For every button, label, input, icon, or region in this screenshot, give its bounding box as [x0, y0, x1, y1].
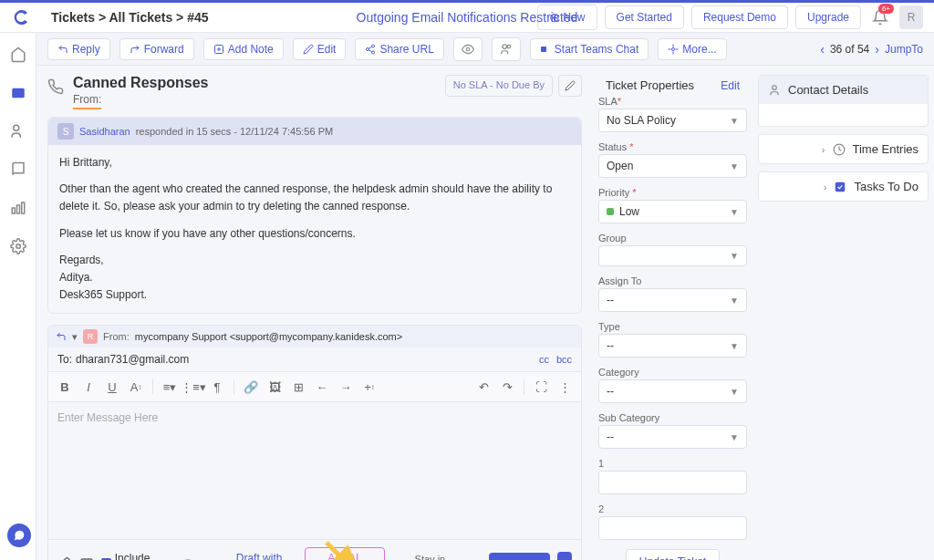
properties-header: Ticket Properties [606, 78, 694, 92]
svg-point-1 [13, 125, 18, 130]
share-url-button[interactable]: Share URL [355, 38, 443, 60]
breadcrumb[interactable]: Tickets > All Tickets > #45 [51, 10, 209, 25]
priority-select[interactable]: Low▼ [598, 200, 747, 223]
more-format-button[interactable]: +↕ [358, 376, 380, 398]
category-select[interactable]: --▼ [598, 379, 747, 403]
checkbox-icon [834, 181, 846, 193]
time-entries-panel[interactable]: › Time Entries [759, 135, 928, 163]
compose-from[interactable]: mycompany Support <support@mycompany.kan… [135, 331, 402, 342]
underline-button[interactable]: U [101, 376, 123, 398]
pager-jump[interactable]: JumpTo [885, 43, 923, 56]
ordered-list-button[interactable]: ≡▾ [159, 376, 181, 398]
author-name[interactable]: Sasidharan [79, 126, 130, 137]
author-avatar: S [57, 123, 74, 140]
tasks-panel[interactable]: › Tasks To Do [759, 172, 928, 201]
unordered-list-button[interactable]: ⋮≡▾ [182, 376, 204, 398]
compose-editor: ▾ R From: mycompany Support <support@myc… [47, 325, 582, 560]
settings-icon[interactable] [7, 235, 29, 257]
svg-point-27 [773, 85, 777, 89]
svg-point-14 [466, 47, 470, 51]
custom-field-1[interactable] [598, 471, 747, 494]
conversation-message: S Sasidharan responded in 15 secs - 12/1… [47, 117, 582, 314]
svg-rect-29 [835, 181, 846, 192]
contact-details-panel[interactable]: Contact Details [759, 76, 928, 104]
send-reply-button[interactable]: Reply [489, 553, 550, 560]
knowledge-icon[interactable] [7, 159, 29, 181]
person-icon [768, 84, 781, 97]
font-button[interactable]: A↕ [125, 376, 147, 398]
image-button[interactable]: 🖼 [264, 376, 285, 398]
bold-button[interactable]: B [54, 376, 76, 398]
edit-ticket-icon[interactable] [558, 75, 582, 97]
tickets-icon[interactable] [7, 82, 29, 104]
reply-mode-icon[interactable] [56, 331, 67, 342]
compose-to[interactable]: dharan731@gmail.com [76, 353, 189, 366]
update-ticket-button[interactable]: Update Ticket [626, 549, 720, 560]
app-logo[interactable] [11, 6, 33, 28]
stay-in-ticket-label: Stay in Ticket [415, 554, 475, 560]
from-tab[interactable]: From: [73, 93, 101, 109]
custom-field-2[interactable] [598, 516, 747, 540]
compose-textarea[interactable]: Enter Message Here [48, 402, 581, 539]
upgrade-button[interactable]: Upgrade [795, 5, 861, 29]
draft-ai-button[interactable]: Draft with AI [223, 552, 284, 560]
paragraph-button[interactable]: ¶ [206, 376, 228, 398]
bcc-link[interactable]: bcc [556, 354, 572, 365]
type-select[interactable]: --▼ [598, 334, 747, 358]
watch-button[interactable] [453, 37, 483, 61]
user-avatar[interactable]: R [899, 5, 923, 29]
group-select[interactable]: ▼ [598, 245, 747, 266]
sender-avatar: R [83, 329, 98, 344]
pager-next[interactable]: › [875, 42, 879, 57]
svg-rect-4 [21, 202, 24, 213]
svg-point-9 [372, 45, 375, 47]
redo-button[interactable]: ↷ [496, 376, 518, 398]
sla-select[interactable]: No SLA Policy▼ [598, 109, 747, 132]
reply-button[interactable]: Reply [47, 38, 110, 60]
status-select[interactable]: Open▼ [598, 154, 747, 178]
channel-phone-icon [47, 78, 64, 95]
properties-edit-button[interactable]: Edit [721, 79, 740, 92]
notification-banner[interactable]: Outgoing Email Notifications Restricted [357, 10, 578, 25]
add-note-button[interactable]: Add Note [203, 38, 284, 60]
clock-icon [833, 143, 846, 156]
teams-chat-button[interactable]: Start Teams Chat [530, 38, 649, 60]
svg-line-13 [369, 47, 372, 48]
notifications-button[interactable]: 6+ [868, 5, 892, 29]
fullscreen-button[interactable]: ⛶ [530, 376, 552, 398]
sla-badge: No SLA - No Due By [445, 75, 553, 97]
svg-point-16 [507, 45, 511, 48]
table-button[interactable]: ⊞ [287, 376, 309, 398]
ask-ai-agent-button[interactable]: ✦ Ask AI Agent [305, 547, 385, 560]
ticket-title: Canned Responses [73, 75, 208, 91]
contacts-icon[interactable] [7, 120, 29, 142]
cc-link[interactable]: cc [539, 354, 549, 365]
home-icon[interactable] [7, 44, 29, 66]
forward-button[interactable]: Forward [119, 38, 194, 60]
svg-line-12 [369, 49, 372, 51]
more-button[interactable]: More... [658, 38, 726, 60]
pager-prev[interactable]: ‹ [820, 42, 825, 57]
include-previous-toggle[interactable]: ✓Include Previousⓘ [101, 552, 193, 560]
svg-point-11 [372, 51, 375, 54]
get-started-button[interactable]: Get Started [605, 5, 684, 29]
reports-icon[interactable] [7, 197, 29, 219]
indent-button[interactable]: → [335, 376, 357, 398]
request-demo-button[interactable]: Request Demo [691, 5, 788, 29]
outdent-button[interactable]: ← [311, 376, 333, 398]
pager-position: 36 of 54 [830, 43, 869, 56]
svg-rect-2 [12, 208, 15, 213]
svg-rect-0 [12, 88, 25, 99]
chat-launcher[interactable] [7, 524, 31, 547]
assign-select[interactable]: --▼ [598, 288, 747, 312]
kebab-menu-button[interactable]: ⋮ [554, 376, 576, 398]
italic-button[interactable]: I [78, 376, 99, 398]
link-button[interactable]: 🔗 [240, 376, 262, 398]
undo-button[interactable]: ↶ [472, 376, 494, 398]
subcategory-select[interactable]: --▼ [598, 425, 747, 449]
assign-button[interactable] [492, 37, 521, 61]
message-meta: responded in 15 secs - 12/11/24 7:45:56 … [136, 126, 333, 137]
reply-dropdown-button[interactable]: ▾ [557, 552, 572, 560]
edit-button[interactable]: Edit [293, 38, 347, 60]
svg-point-5 [16, 244, 20, 249]
